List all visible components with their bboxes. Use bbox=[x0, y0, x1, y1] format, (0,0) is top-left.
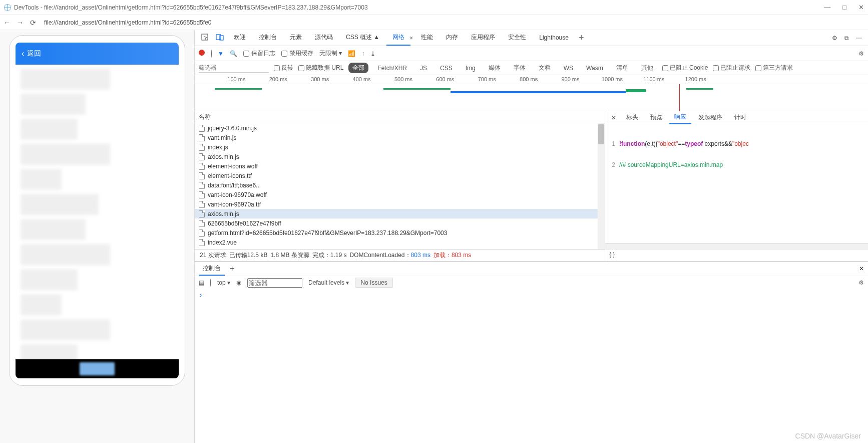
tab-application[interactable]: 应用程序 bbox=[465, 30, 501, 46]
record-button[interactable] bbox=[199, 50, 205, 57]
context-select[interactable]: top ▾ bbox=[217, 279, 230, 286]
add-tab-icon[interactable]: + bbox=[576, 31, 587, 45]
request-row[interactable]: vant-icon-96970a.ttf bbox=[195, 199, 605, 209]
close-button[interactable]: ✕ bbox=[858, 4, 864, 11]
no-issues-badge[interactable]: No Issues bbox=[355, 278, 392, 288]
preserve-log-checkbox[interactable]: 保留日志 bbox=[243, 49, 275, 58]
detail-tab-preview[interactable]: 预览 bbox=[645, 111, 667, 124]
blocked-cookies-checkbox[interactable]: 已阻止 Cookie bbox=[662, 64, 708, 72]
filter-font[interactable]: 字体 bbox=[510, 63, 530, 73]
tab-memory[interactable]: 内存 bbox=[440, 30, 464, 46]
download-icon[interactable]: ⤓ bbox=[370, 50, 375, 57]
network-status-bar: 21 次请求 已传输12.5 kB 1.8 MB 条资源 完成：1.19 s D… bbox=[195, 249, 605, 261]
reload-icon[interactable]: ⟳ bbox=[29, 19, 37, 27]
tab-css-overview[interactable]: CSS 概述 ▲ bbox=[340, 30, 385, 46]
filter-input[interactable] bbox=[199, 64, 269, 73]
tab-security[interactable]: 安全性 bbox=[502, 30, 532, 46]
add-drawer-tab-icon[interactable]: + bbox=[230, 264, 234, 273]
settings-icon[interactable]: ⚙ bbox=[858, 50, 864, 57]
search-icon[interactable]: 🔍 bbox=[230, 50, 237, 57]
device-preview-pane: ‹ 返回 bbox=[0, 30, 194, 443]
app-header[interactable]: ‹ 返回 bbox=[16, 43, 179, 65]
tab-welcome[interactable]: 欢迎 bbox=[228, 30, 252, 46]
inspect-icon[interactable] bbox=[198, 31, 212, 45]
filter-ws[interactable]: WS bbox=[560, 64, 577, 73]
forward-icon[interactable]: → bbox=[16, 19, 24, 27]
response-code[interactable]: 1!function(e,t){"object"==typeof exports… bbox=[605, 124, 868, 243]
request-row[interactable]: index2.vue bbox=[195, 238, 605, 247]
device-toggle-icon[interactable] bbox=[213, 31, 227, 45]
request-row[interactable]: jquery-3.6.0.min.js bbox=[195, 123, 605, 133]
request-row[interactable]: getform.html?id=626655bd5fe01627e47f9bff… bbox=[195, 228, 605, 238]
maximize-button[interactable]: □ bbox=[842, 4, 846, 11]
filter-css[interactable]: CSS bbox=[436, 64, 457, 73]
filter-img[interactable]: Img bbox=[462, 64, 480, 73]
filter-wasm[interactable]: Wasm bbox=[582, 64, 607, 73]
hide-data-url-checkbox[interactable]: 隐藏数据 URL bbox=[298, 64, 343, 72]
request-row[interactable]: element-icons.woff bbox=[195, 161, 605, 171]
tab-close-icon[interactable]: × bbox=[408, 34, 414, 43]
filter-other[interactable]: 其他 bbox=[637, 63, 657, 73]
request-row[interactable]: data:font/ttf;base6... bbox=[195, 180, 605, 190]
file-icon bbox=[199, 191, 205, 198]
address-bar: ← → ⟳ file:///android_asset/Onlinehtml/g… bbox=[0, 15, 868, 30]
filter-all[interactable]: 全部 bbox=[348, 63, 368, 73]
pretty-print-button[interactable]: { } bbox=[605, 250, 868, 261]
tab-performance[interactable]: 性能 bbox=[415, 30, 439, 46]
request-row[interactable]: axios.min.js bbox=[195, 209, 605, 218]
horizontal-scrollbar[interactable] bbox=[605, 243, 868, 250]
throttle-select[interactable]: 无限制 ▾ bbox=[319, 49, 342, 58]
request-name: 626655bd5fe01627e47f9bff bbox=[208, 220, 281, 227]
disable-cache-checkbox[interactable]: 禁用缓存 bbox=[281, 49, 313, 58]
filter-manifest[interactable]: 清单 bbox=[612, 63, 632, 73]
request-row[interactable]: index.js bbox=[195, 142, 605, 152]
console-body[interactable]: › bbox=[195, 290, 868, 444]
filter-icon[interactable]: ▼ bbox=[218, 50, 224, 57]
request-row[interactable]: axios.min.js bbox=[195, 152, 605, 161]
dock-icon[interactable]: ⧉ bbox=[844, 35, 849, 42]
tab-sources[interactable]: 源代码 bbox=[309, 30, 339, 46]
upload-icon[interactable]: ↑ bbox=[361, 50, 364, 57]
filter-doc[interactable]: 文档 bbox=[535, 63, 555, 73]
tab-console[interactable]: 控制台 bbox=[253, 30, 283, 46]
column-header-name[interactable]: 名称 bbox=[195, 111, 605, 123]
minimize-button[interactable]: — bbox=[824, 4, 830, 11]
more-icon[interactable]: ⋯ bbox=[856, 35, 862, 42]
detail-tab-timing[interactable]: 计时 bbox=[729, 111, 751, 124]
live-expression-icon[interactable]: ◉ bbox=[236, 279, 241, 286]
filter-js[interactable]: JS bbox=[416, 64, 431, 73]
console-sidebar-icon[interactable]: ▤ bbox=[199, 279, 204, 286]
console-drawer-tab[interactable]: 控制台 bbox=[199, 262, 225, 276]
back-icon[interactable]: ← bbox=[3, 19, 11, 27]
console-settings-icon[interactable]: ⚙ bbox=[858, 279, 864, 286]
filter-fetch[interactable]: Fetch/XHR bbox=[373, 64, 411, 73]
tab-lighthouse[interactable]: Lighthouse bbox=[533, 31, 575, 45]
request-row[interactable]: vant-icon-96970a.woff bbox=[195, 190, 605, 199]
console-clear-icon[interactable] bbox=[210, 279, 211, 286]
clear-button[interactable] bbox=[211, 50, 212, 57]
detail-tab-headers[interactable]: 标头 bbox=[621, 111, 643, 124]
log-levels-select[interactable]: Default levels ▾ bbox=[308, 279, 349, 286]
request-row[interactable]: 626655bd5fe01627e47f9bff bbox=[195, 218, 605, 228]
console-filter-input[interactable] bbox=[247, 278, 302, 288]
request-name: axios.min.js bbox=[208, 153, 239, 160]
request-row[interactable]: vant.min.js bbox=[195, 133, 605, 142]
detail-tab-response[interactable]: 响应 bbox=[669, 111, 691, 124]
request-row[interactable]: element-icons.ttf bbox=[195, 171, 605, 180]
scrollbar[interactable] bbox=[598, 123, 605, 249]
url-text[interactable]: file:///android_asset/Onlinehtml/getform… bbox=[44, 19, 865, 26]
network-conditions-icon[interactable]: 📶 bbox=[348, 50, 355, 57]
invert-checkbox[interactable]: 反转 bbox=[274, 64, 293, 72]
close-detail-icon[interactable]: ✕ bbox=[608, 113, 619, 122]
tab-elements[interactable]: 元素 bbox=[284, 30, 308, 46]
network-overview[interactable]: 100 ms200 ms300 ms400 ms500 ms600 ms700 … bbox=[195, 75, 868, 111]
blocked-requests-checkbox[interactable]: 已阻止请求 bbox=[713, 64, 750, 72]
detail-tab-initiator[interactable]: 发起程序 bbox=[693, 111, 727, 124]
request-name: index.js bbox=[208, 144, 228, 151]
close-drawer-icon[interactable]: ✕ bbox=[859, 265, 864, 272]
filter-media[interactable]: 媒体 bbox=[485, 63, 505, 73]
gear-icon[interactable]: ⚙ bbox=[832, 35, 837, 42]
third-party-checkbox[interactable]: 第三方请求 bbox=[755, 64, 793, 72]
tab-network[interactable]: 网络 bbox=[386, 30, 410, 46]
chevron-left-icon: ‹ bbox=[22, 49, 24, 58]
